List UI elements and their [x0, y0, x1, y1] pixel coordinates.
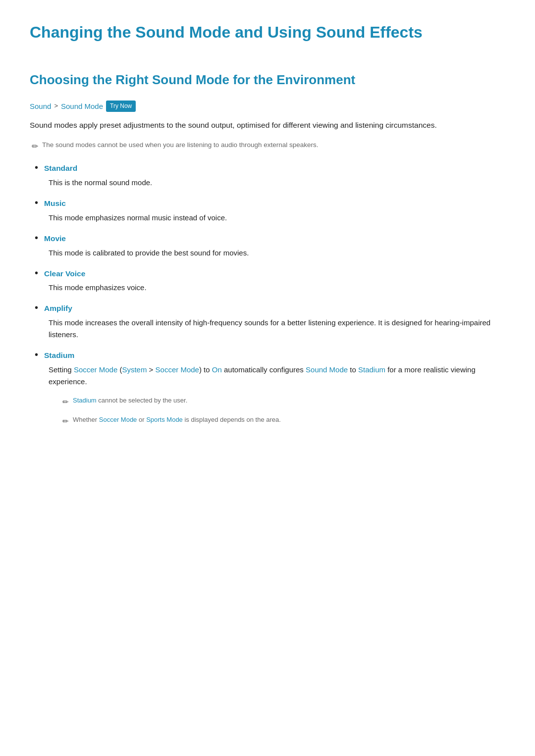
desc-stadium-arrow: >	[147, 365, 155, 374]
label-clear-voice: Clear Voice	[44, 268, 85, 280]
link-soccer-mode-note[interactable]: Soccer Mode	[99, 416, 137, 423]
desc-standard: This is the normal sound mode.	[49, 177, 505, 189]
link-sound-mode[interactable]: Sound Mode	[306, 365, 348, 374]
stadium-note-2-middle: or	[137, 416, 146, 423]
section-title: Choosing the Right Sound Mode for the En…	[30, 70, 505, 91]
stadium-note-2: ✏ Whether Soccer Mode or Sports Mode is …	[62, 415, 505, 427]
desc-amplify: This mode increases the overall intensit…	[49, 317, 505, 341]
main-title: Changing the Sound Mode and Using Sound …	[30, 20, 505, 50]
stadium-note-1-suffix: cannot be selected by the user.	[97, 397, 188, 404]
link-stadium-note[interactable]: Stadium	[73, 397, 97, 404]
link-stadium[interactable]: Stadium	[358, 365, 385, 374]
description: Sound modes apply preset adjustments to …	[30, 119, 505, 132]
label-music: Music	[44, 198, 66, 210]
desc-music: This mode emphasizes normal music instea…	[49, 212, 505, 224]
breadcrumb: Sound > Sound Mode Try Now	[30, 101, 505, 112]
breadcrumb-separator: >	[54, 101, 58, 111]
bullet-music: •	[35, 198, 38, 207]
label-amplify: Amplify	[44, 302, 72, 315]
label-movie: Movie	[44, 233, 66, 245]
desc-stadium-mid: automatically configures	[222, 365, 306, 374]
breadcrumb-sound[interactable]: Sound	[30, 101, 51, 112]
stadium-note-1: ✏ Stadium cannot be selected by the user…	[62, 396, 505, 408]
list-item-amplify: • Amplify This mode increases the overal…	[35, 302, 505, 341]
bullet-standard: •	[35, 162, 38, 172]
bullet-movie: •	[35, 233, 38, 243]
bullet-stadium: •	[35, 350, 38, 359]
list-item-movie: • Movie This mode is calibrated to provi…	[35, 233, 505, 259]
stadium-note-2-prefix: Whether	[73, 416, 99, 423]
pencil-icon-stadium-2: ✏	[62, 415, 69, 427]
desc-movie: This mode is calibrated to provide the b…	[49, 247, 505, 259]
sound-modes-list: • Standard This is the normal sound mode…	[30, 162, 505, 427]
link-system[interactable]: System	[122, 365, 147, 374]
stadium-note-2-text: Whether Soccer Mode or Sports Mode is di…	[73, 415, 281, 425]
bullet-clear-voice: •	[35, 268, 38, 278]
bullet-amplify: •	[35, 302, 38, 312]
list-item-clear-voice: • Clear Voice This mode emphasizes voice…	[35, 268, 505, 294]
desc-stadium-prefix: Setting	[49, 365, 74, 374]
top-note: ✏ The sound modes cannot be used when yo…	[30, 140, 505, 153]
pencil-icon: ✏	[32, 140, 38, 153]
link-soccer-mode-2[interactable]: Soccer Mode	[156, 365, 199, 374]
link-on[interactable]: On	[212, 365, 222, 374]
link-sports-mode-note[interactable]: Sports Mode	[146, 416, 183, 423]
desc-stadium-paren-close: ) to	[199, 365, 212, 374]
top-note-text: The sound modes cannot be used when you …	[42, 140, 319, 151]
stadium-note-1-text: Stadium cannot be selected by the user.	[73, 396, 187, 406]
link-soccer-mode-1[interactable]: Soccer Mode	[74, 365, 117, 374]
label-stadium: Stadium	[44, 350, 74, 362]
desc-stadium-mid2: to	[348, 365, 358, 374]
desc-stadium: Setting Soccer Mode (System > Soccer Mod…	[49, 364, 505, 388]
stadium-notes: ✏ Stadium cannot be selected by the user…	[49, 393, 505, 427]
list-item-standard: • Standard This is the normal sound mode…	[35, 162, 505, 189]
list-item-stadium: • Stadium Setting Soccer Mode (System > …	[35, 350, 505, 427]
breadcrumb-sound-mode[interactable]: Sound Mode	[61, 101, 103, 112]
try-now-badge[interactable]: Try Now	[106, 101, 136, 112]
label-standard: Standard	[44, 162, 77, 175]
stadium-note-2-suffix: is displayed depends on the area.	[183, 416, 281, 423]
list-item-music: • Music This mode emphasizes normal musi…	[35, 198, 505, 224]
pencil-icon-stadium-1: ✏	[62, 396, 69, 408]
desc-clear-voice: This mode emphasizes voice.	[49, 282, 505, 294]
